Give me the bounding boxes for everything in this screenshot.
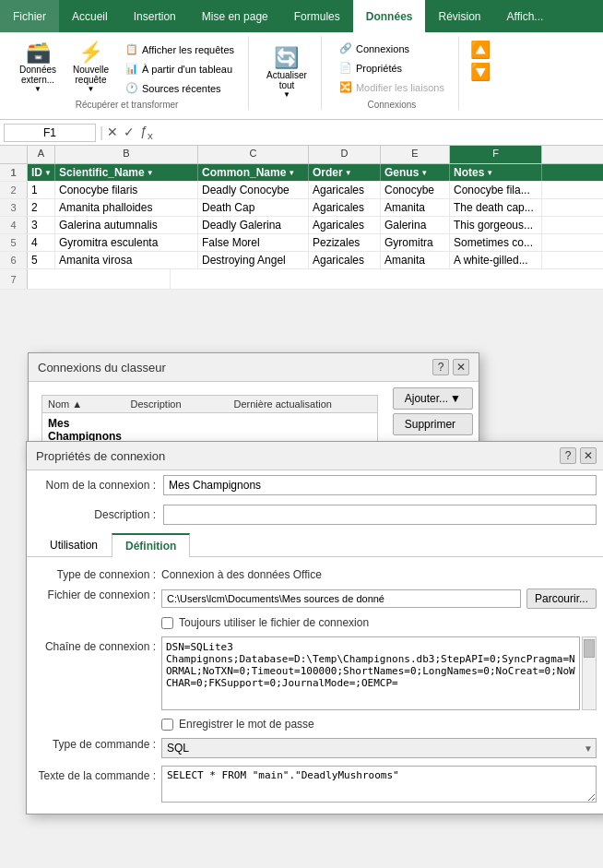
input-desc[interactable] bbox=[163, 505, 597, 525]
def-chaine-textarea[interactable]: DSN=SQLite3 Champignons;Database=D:\Temp… bbox=[161, 636, 580, 710]
cell-2-f[interactable]: Conocybe fila... bbox=[450, 182, 542, 198]
ribbon-col-small: 📋 Afficher les requêtes 📊 À partir d'un … bbox=[119, 37, 241, 97]
btn-actualiser-tout[interactable]: 🔄 Actualisertout ▼ bbox=[260, 42, 313, 103]
tab-donnees[interactable]: Données bbox=[353, 0, 426, 32]
cell-6-c[interactable]: Destroying Angel bbox=[198, 252, 309, 268]
cell-2-e[interactable]: Conocybe bbox=[381, 182, 450, 198]
btn-partir-tableau[interactable]: 📊 À partir d'un tableau bbox=[119, 60, 241, 77]
cell-5-c[interactable]: False Morel bbox=[198, 234, 309, 251]
cell-5-e[interactable]: Gyromitra bbox=[381, 234, 450, 251]
btn-nouvelle-requete[interactable]: ⚡ Nouvellerequête ▼ bbox=[66, 36, 115, 98]
confirm-formula-icon[interactable]: ✓ bbox=[124, 125, 135, 139]
btn-modifier-liaisons[interactable]: 🔀 Modifier les liaisons bbox=[333, 78, 451, 96]
def-chaine-label: Chaîne de connexion : bbox=[36, 636, 156, 653]
tab-fichier[interactable]: Fichier bbox=[0, 0, 59, 32]
dialog-connexions-close[interactable]: ✕ bbox=[453, 359, 469, 375]
cell-4-e[interactable]: Galerina bbox=[381, 217, 450, 233]
cell-6-d[interactable]: Agaricales bbox=[309, 252, 381, 268]
cell-3-b[interactable]: Amanita phalloides bbox=[55, 199, 198, 216]
def-fichier-input[interactable] bbox=[161, 589, 521, 608]
def-type-label: Type de connexion : bbox=[36, 568, 156, 581]
cell-4-c[interactable]: Deadly Galerina bbox=[198, 217, 309, 233]
cell-3-a[interactable]: 2 bbox=[28, 199, 55, 216]
definition-body: Type de connexion : Connexion à des donn… bbox=[27, 557, 603, 814]
name-box[interactable] bbox=[4, 124, 96, 142]
cell-5-b[interactable]: Gyromitra esculenta bbox=[55, 234, 198, 251]
btn-actualiser-label: Actualisertout bbox=[266, 70, 307, 90]
label-nom: Nom de la connexion : bbox=[36, 479, 156, 492]
dialog-connexions-help[interactable]: ? bbox=[432, 359, 449, 375]
def-cmd-type-select-wrapper: SQL Table Requête par défaut ▼ bbox=[161, 738, 597, 758]
checkbox-mdp[interactable] bbox=[161, 719, 173, 731]
cell-3-d[interactable]: Agaricales bbox=[309, 199, 381, 216]
cell-4-a[interactable]: 3 bbox=[28, 217, 55, 233]
cell-6-a[interactable]: 5 bbox=[28, 252, 55, 268]
conn-col-desc: Description bbox=[131, 398, 234, 410]
btn-proprietes[interactable]: 📄 Propriétés bbox=[333, 59, 451, 77]
btn-proprietes-label: Propriétés bbox=[356, 63, 402, 74]
tab-definition[interactable]: Définition bbox=[112, 533, 190, 557]
tab-mise-en-page[interactable]: Mise en page bbox=[189, 0, 281, 32]
tab-affich[interactable]: Affich... bbox=[494, 0, 557, 32]
tab-insertion[interactable]: Insertion bbox=[121, 0, 189, 32]
connexions-icon: 🔗 bbox=[339, 42, 352, 54]
cell-2-b[interactable]: Conocybe filaris bbox=[55, 182, 198, 198]
def-cmd-type-select[interactable]: SQL Table Requête par défaut bbox=[161, 738, 597, 758]
input-nom[interactable] bbox=[163, 475, 597, 495]
column-headers: A B C D E F bbox=[0, 146, 603, 164]
col-header-c[interactable]: C bbox=[198, 146, 309, 163]
col-header-a[interactable]: A bbox=[28, 146, 55, 163]
cell-6-e[interactable]: Amanita bbox=[381, 252, 450, 268]
cell-5-d[interactable]: Pezizales bbox=[309, 234, 381, 251]
btn-afficher-requetes[interactable]: 📋 Afficher les requêtes bbox=[119, 41, 241, 58]
dialog-connexions-titlebar: Connexions du classeur ? ✕ bbox=[29, 353, 479, 382]
chaine-scrollbar[interactable] bbox=[582, 636, 597, 710]
def-texte-textarea[interactable]: SELECT * FROM "main"."DeadlyMushrooms" bbox=[161, 766, 597, 803]
cell-7-b[interactable] bbox=[28, 269, 171, 289]
cell-3-f[interactable]: The death cap... bbox=[450, 199, 542, 216]
header-common[interactable]: Common_Name ▼ bbox=[198, 164, 309, 181]
tab-revision[interactable]: Révision bbox=[425, 0, 493, 32]
btn-supprimer[interactable]: Supprimer bbox=[393, 413, 473, 435]
tab-accueil[interactable]: Accueil bbox=[59, 0, 121, 32]
cell-2-c[interactable]: Deadly Conocybe bbox=[198, 182, 309, 198]
cell-4-f[interactable]: This gorgeous... bbox=[450, 217, 542, 233]
dialog-props-close[interactable]: ✕ bbox=[580, 447, 597, 464]
cell-2-d[interactable]: Agaricales bbox=[309, 182, 381, 198]
cell-3-e[interactable]: Amanita bbox=[381, 199, 450, 216]
dialog-connexions-title: Connexions du classeur bbox=[38, 361, 166, 375]
header-notes[interactable]: Notes ▼ bbox=[450, 164, 542, 181]
btn-sources-recentes[interactable]: 🕐 Sources récentes bbox=[119, 79, 241, 97]
btn-connexions[interactable]: 🔗 Connexions bbox=[333, 40, 451, 57]
sort-az-icon[interactable]: 🔼 bbox=[470, 40, 491, 60]
cell-5-a[interactable]: 4 bbox=[28, 234, 55, 251]
col-header-e[interactable]: E bbox=[381, 146, 450, 163]
col-header-d[interactable]: D bbox=[309, 146, 381, 163]
cell-5-f[interactable]: Sometimes co... bbox=[450, 234, 542, 251]
dialog-props-help[interactable]: ? bbox=[560, 447, 576, 464]
spreadsheet: A B C D E F 1 ID ▼ Scientific_Name ▼ Com… bbox=[0, 146, 603, 290]
btn-ajouter[interactable]: Ajouter... ▼ bbox=[393, 387, 473, 410]
checkbox-toujours[interactable] bbox=[161, 617, 173, 629]
cancel-formula-icon[interactable]: ✕ bbox=[107, 125, 118, 139]
cell-6-b[interactable]: Amanita virosa bbox=[55, 252, 198, 268]
header-scientific[interactable]: Scientific_Name ▼ bbox=[55, 164, 198, 181]
tab-utilisation[interactable]: Utilisation bbox=[36, 533, 112, 557]
cell-4-b[interactable]: Galerina autumnalis bbox=[55, 217, 198, 233]
sort-za-icon[interactable]: 🔽 bbox=[470, 62, 491, 82]
header-genus[interactable]: Genus ▼ bbox=[381, 164, 450, 181]
header-order[interactable]: Order ▼ bbox=[309, 164, 381, 181]
cell-4-d[interactable]: Agaricales bbox=[309, 217, 381, 233]
tab-formules[interactable]: Formules bbox=[281, 0, 353, 32]
btn-donnees-externes[interactable]: 🗃️ Donnéesextern... ▼ bbox=[13, 36, 63, 98]
insert-function-icon[interactable]: ƒx bbox=[140, 124, 153, 141]
dialog-proprietes[interactable]: Propriétés de connexion ? ✕ Nom de la co… bbox=[26, 441, 603, 814]
btn-parcourir[interactable]: Parcourir... bbox=[526, 589, 597, 609]
cell-2-a[interactable]: 1 bbox=[28, 182, 55, 198]
formula-input[interactable] bbox=[157, 125, 599, 141]
col-header-f[interactable]: F bbox=[450, 146, 542, 163]
col-header-b[interactable]: B bbox=[55, 146, 198, 163]
cell-3-c[interactable]: Death Cap bbox=[198, 199, 309, 216]
header-id[interactable]: ID ▼ bbox=[28, 164, 55, 181]
cell-6-f[interactable]: A white-gilled... bbox=[450, 252, 542, 268]
